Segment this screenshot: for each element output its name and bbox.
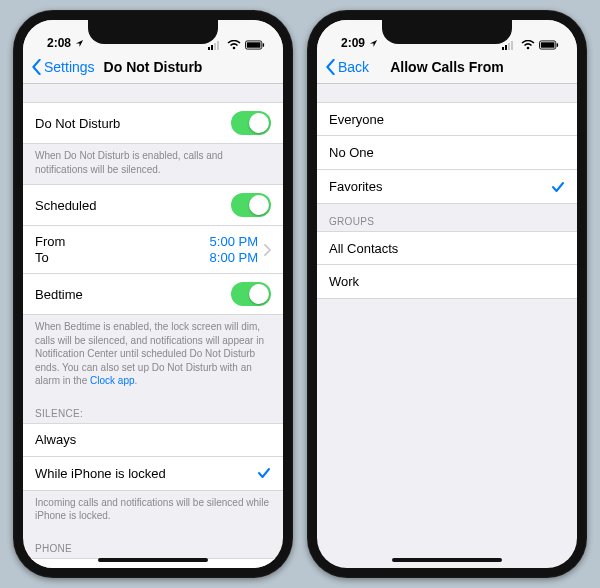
notch <box>382 20 512 44</box>
allow-calls-content[interactable]: Everyone No One Favorites GROUPS All Con… <box>317 84 577 568</box>
settings-content[interactable]: Do Not Disturb When Do Not Disturb is en… <box>23 84 283 568</box>
clock-app-link[interactable]: Clock app <box>90 375 134 386</box>
row-label: Scheduled <box>35 198 96 213</box>
row-label: Favorites <box>329 179 382 194</box>
option-favorites[interactable]: Favorites <box>317 170 577 204</box>
footer-text: When Bedtime is enabled, the lock screen… <box>35 321 264 386</box>
row-label: Everyone <box>329 112 384 127</box>
row-label: Do Not Disturb <box>35 116 120 131</box>
row-silence-locked[interactable]: While iPhone is locked <box>23 457 283 491</box>
svg-rect-15 <box>557 43 558 47</box>
phone-right: 2:09 Back Allow Calls From Everyone No O… <box>307 10 587 578</box>
option-work[interactable]: Work <box>317 265 577 299</box>
row-silence-always[interactable]: Always <box>23 423 283 457</box>
svg-rect-2 <box>214 43 216 50</box>
check-icon <box>551 180 565 194</box>
row-label: Bedtime <box>35 287 83 302</box>
svg-rect-11 <box>511 41 513 50</box>
row-schedule-time[interactable]: From To 5:00 PM 8:00 PM <box>23 226 283 274</box>
nav-back-button[interactable]: Back <box>325 59 369 75</box>
to-value: 8:00 PM <box>210 250 258 266</box>
chevron-right-icon <box>264 244 271 256</box>
to-label: To <box>35 250 65 266</box>
row-label: No One <box>329 145 374 160</box>
row-label: Allow Calls From <box>35 567 133 568</box>
location-icon <box>75 39 84 48</box>
home-indicator[interactable] <box>98 558 208 562</box>
wifi-icon <box>521 40 535 50</box>
footer-dnd: When Do Not Disturb is enabled, calls an… <box>23 144 283 184</box>
notch <box>88 20 218 44</box>
svg-rect-6 <box>247 42 261 47</box>
status-time: 2:09 <box>341 36 365 50</box>
check-icon <box>257 466 271 480</box>
battery-icon <box>539 40 559 50</box>
location-icon <box>369 39 378 48</box>
svg-point-4 <box>233 47 236 50</box>
footer-text: . <box>135 375 138 386</box>
footer-silence: Incoming calls and notifications will be… <box>23 491 283 531</box>
option-no-one[interactable]: No One <box>317 136 577 170</box>
svg-rect-7 <box>263 43 264 47</box>
from-value: 5:00 PM <box>210 234 258 250</box>
from-label: From <box>35 234 65 250</box>
footer-bedtime: When Bedtime is enabled, the lock screen… <box>23 315 283 396</box>
nav-bar: Settings Do Not Disturb <box>23 50 283 84</box>
option-all-contacts[interactable]: All Contacts <box>317 231 577 265</box>
nav-back-label: Back <box>338 59 369 75</box>
battery-icon <box>245 40 265 50</box>
section-header-groups: GROUPS <box>317 204 577 231</box>
row-label: Always <box>35 432 76 447</box>
phone-left: 2:08 Settings Do Not Disturb Do Not Dist… <box>13 10 293 578</box>
row-do-not-disturb[interactable]: Do Not Disturb <box>23 102 283 144</box>
option-everyone[interactable]: Everyone <box>317 102 577 136</box>
section-header-phone: PHONE <box>23 531 283 558</box>
row-label: Work <box>329 274 359 289</box>
section-header-silence: SILENCE: <box>23 396 283 423</box>
chevron-left-icon <box>325 59 336 75</box>
row-label: While iPhone is locked <box>35 466 166 481</box>
home-indicator[interactable] <box>392 558 502 562</box>
svg-rect-10 <box>508 43 510 50</box>
row-label: All Contacts <box>329 241 398 256</box>
nav-bar: Back Allow Calls From <box>317 50 577 84</box>
wifi-icon <box>227 40 241 50</box>
toggle-dnd[interactable] <box>231 111 271 135</box>
row-value: Favorites <box>205 567 258 568</box>
nav-back-label: Settings <box>44 59 95 75</box>
row-bedtime[interactable]: Bedtime <box>23 274 283 315</box>
nav-back-button[interactable]: Settings <box>31 59 95 75</box>
chevron-left-icon <box>31 59 42 75</box>
status-time: 2:08 <box>47 36 71 50</box>
svg-rect-14 <box>541 42 555 47</box>
screen: 2:08 Settings Do Not Disturb Do Not Dist… <box>23 20 283 568</box>
svg-rect-3 <box>217 41 219 50</box>
screen: 2:09 Back Allow Calls From Everyone No O… <box>317 20 577 568</box>
svg-point-12 <box>527 47 530 50</box>
toggle-bedtime[interactable] <box>231 282 271 306</box>
toggle-scheduled[interactable] <box>231 193 271 217</box>
row-scheduled[interactable]: Scheduled <box>23 184 283 226</box>
